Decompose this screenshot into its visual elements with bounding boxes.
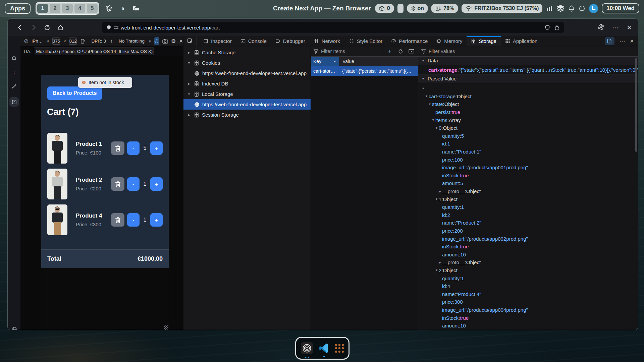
workspace-5[interactable]: 5 <box>87 4 98 13</box>
parsed-tree-row[interactable]: quantity:1 <box>418 274 638 282</box>
clock[interactable]: 10:08 Wed <box>602 3 639 13</box>
parsed-tree-row[interactable] <box>418 84 638 93</box>
data-section-header[interactable]: Data <box>418 57 638 65</box>
parsed-tree-row[interactable]: image_url:"/products/app001prod.png" <box>418 164 638 172</box>
back-icon[interactable] <box>15 24 25 31</box>
parsed-tree-row[interactable]: image_url:"/products/app002prod.png" <box>418 235 638 243</box>
url-bar[interactable]: web-front-end-developer-test.vercel.app/… <box>102 22 564 33</box>
filter-items-input[interactable]: Filter Items <box>321 49 345 54</box>
time-tracker-app-icon[interactable] <box>589 4 598 13</box>
workspace-4[interactable]: 4 <box>74 4 85 13</box>
twisty-icon[interactable] <box>424 95 429 98</box>
parsed-tree-row[interactable]: __proto__:Object <box>418 258 638 266</box>
tray-mini-pill[interactable] <box>397 4 404 13</box>
parsed-tree-row[interactable]: name:"Product 2" <box>418 219 638 227</box>
parsed-tree-row[interactable]: inStock:true <box>418 243 638 251</box>
rdm-settings-gear-icon[interactable]: ⚙ <box>171 37 176 45</box>
screenshot-camera-icon[interactable] <box>162 37 168 45</box>
twisty-icon[interactable] <box>187 61 191 65</box>
increase-qty-button[interactable]: + <box>150 177 163 191</box>
parsed-tree-row[interactable]: 1:Object <box>418 195 638 203</box>
parsed-tree-row[interactable]: amount:5 <box>418 179 638 187</box>
twisty-icon[interactable] <box>428 103 432 106</box>
parsed-tree-row[interactable]: amount:10 <box>418 322 638 330</box>
parsed-tree-row[interactable]: price:200 <box>418 227 638 235</box>
tab-performance[interactable]: Performance <box>387 36 432 46</box>
twisty-icon[interactable] <box>438 190 442 193</box>
sidebar-home-icon[interactable] <box>8 55 20 60</box>
dpr-selector[interactable]: DPR: 3 <box>91 39 106 44</box>
tab-storage[interactable]: Storage <box>467 36 501 46</box>
twisty-icon[interactable] <box>431 118 435 122</box>
menu-ellipsis-icon[interactable]: ⋯ <box>612 24 619 31</box>
rdm-toggle-icon[interactable] <box>605 37 614 45</box>
package-indicator[interactable]: 0 <box>375 4 394 13</box>
parsed-tree-row[interactable]: state:Object <box>418 100 638 108</box>
storage-tree-item[interactable]: https://web-front-end-developer-test.ver… <box>183 99 311 110</box>
viewport-height-input[interactable]: 812 <box>69 38 77 45</box>
parsed-tree-row[interactable]: quantity:5 <box>418 132 638 140</box>
data-raw-value[interactable]: cart-storage:"{"state":{"persist":true,"… <box>418 65 638 75</box>
apps-button[interactable]: Apps <box>5 3 31 14</box>
parsed-tree-row[interactable]: name:"Product 4" <box>418 290 638 298</box>
sidebar-pen-icon[interactable] <box>8 84 20 89</box>
forward-icon[interactable] <box>29 24 39 31</box>
parsed-value-section-header[interactable]: Parsed Value <box>418 75 638 83</box>
tab-inspector[interactable]: Inspector <box>199 36 236 46</box>
workspace-2[interactable]: 2 <box>50 4 60 13</box>
parsed-tree-row[interactable]: amount:10 <box>418 250 638 258</box>
twisty-icon[interactable] <box>421 87 425 90</box>
add-item-icon[interactable]: + <box>386 48 394 55</box>
remove-item-button[interactable] <box>111 213 124 227</box>
parsed-tree-row[interactable]: quantity:1 <box>418 203 638 211</box>
sidebar-new-tab-icon[interactable]: + <box>8 70 20 77</box>
stats-bars-icon[interactable] <box>546 5 553 11</box>
touch-simulation-icon[interactable] <box>154 37 159 45</box>
rotate-viewport-icon[interactable] <box>80 37 85 45</box>
sidebar-scrollbar[interactable] <box>635 58 637 152</box>
storage-tree-item[interactable]: Local Storage <box>183 89 311 99</box>
parsed-tree-row[interactable]: cart-storage:Object <box>418 93 638 101</box>
wifi-indicator[interactable]: FRITZ!Box 7530 EJ (57%) <box>462 4 542 13</box>
parsed-tree-row[interactable]: id:4 <box>418 282 638 290</box>
tab-console[interactable]: Console <box>236 36 271 46</box>
storage-tree-item[interactable]: Cookies <box>183 58 311 68</box>
twisty-icon[interactable] <box>438 261 442 264</box>
twisty-icon[interactable] <box>187 51 191 54</box>
parsed-tree-row[interactable]: inStock:true <box>418 172 638 180</box>
folder-icon[interactable] <box>132 4 141 13</box>
increase-qty-button[interactable]: + <box>150 141 163 155</box>
key-column-header[interactable]: Key ▲ <box>311 57 339 66</box>
parsed-tree-row[interactable]: __proto__:Object <box>418 187 638 195</box>
storage-tree-item[interactable]: Session Storage <box>183 110 311 120</box>
layers-icon[interactable] <box>556 5 565 12</box>
sidebar-panel-icon[interactable] <box>8 97 20 107</box>
tab-network[interactable]: Network <box>310 36 344 46</box>
twisty-icon[interactable] <box>434 126 439 130</box>
decrease-qty-button[interactable]: - <box>127 141 140 155</box>
parsed-tree-row[interactable]: price:300 <box>418 298 638 306</box>
openai-icon[interactable] <box>104 4 113 13</box>
tab-application[interactable]: Application <box>501 36 542 46</box>
remove-item-button[interactable] <box>111 141 124 155</box>
reload-icon[interactable] <box>42 24 52 31</box>
pick-element-icon[interactable] <box>183 36 197 46</box>
throttling-selector[interactable]: No Throttling <box>119 39 145 44</box>
rdm-close-icon[interactable]: ✕ <box>179 37 183 45</box>
twisty-icon[interactable] <box>187 113 191 117</box>
storage-tree-item[interactable]: https://web-front-end-developer-test.ver… <box>183 68 311 78</box>
parsed-tree-row[interactable]: id:2 <box>418 211 638 219</box>
window-close-icon[interactable]: ✕ <box>627 24 632 31</box>
device-selector[interactable]: iPh… <box>32 39 43 44</box>
refresh-items-icon[interactable] <box>396 49 405 54</box>
parsed-tree-row[interactable]: items:Array <box>418 116 638 124</box>
parsed-tree-row[interactable]: inStock:true <box>418 314 638 322</box>
storage-tree-item[interactable]: Cache Storage <box>183 47 311 58</box>
sidebar-globe-icon[interactable] <box>8 326 20 330</box>
increase-qty-button[interactable]: + <box>150 213 163 227</box>
variables-view-icon[interactable] <box>407 49 415 54</box>
twisty-icon[interactable] <box>187 82 191 85</box>
devtools-menu-icon[interactable]: ⋯ <box>619 38 625 44</box>
battery-indicator[interactable]: 78% <box>431 4 458 13</box>
extensions-puzzle-icon[interactable] <box>598 24 604 32</box>
